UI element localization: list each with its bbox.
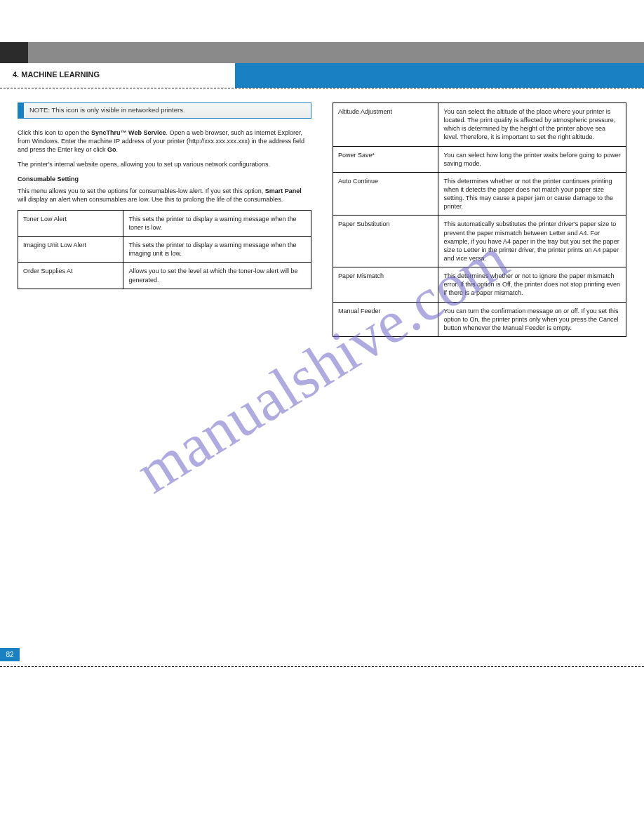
cell-val: This automatically substitutes the print… (438, 216, 626, 267)
cell-val: This determines whether or not to ignore… (438, 267, 626, 302)
note-content: NOTE: This icon is only visible in netwo… (23, 102, 311, 119)
divider-dashed-bottom (0, 666, 644, 667)
go-label: Go (107, 146, 116, 153)
section-header-label: 4. MACHINE LEARNING (0, 63, 235, 88)
topbar-gray-segment (28, 42, 644, 63)
cell-key: Paper Mismatch (333, 267, 438, 302)
table-row: Altitude Adjustment You can select the a… (333, 103, 626, 147)
topbar-black-segment (0, 42, 28, 63)
consumable-setting-heading: Consumable Setting (18, 175, 311, 183)
cell-val: You can select the altitude of the place… (438, 103, 626, 147)
cell-val: This determines whether or not the print… (438, 172, 626, 216)
cell-key: Manual Feeder (333, 302, 438, 336)
cell-val: This sets the printer to display a warni… (123, 210, 311, 236)
table-row: Toner Low Alert This sets the printer to… (18, 210, 311, 236)
document-page: 4. MACHINE LEARNING NOTE: This icon is o… (0, 42, 644, 834)
content-columns: NOTE: This icon is only visible in netwo… (0, 88, 644, 337)
table-row: Power Save* You can select how long the … (333, 146, 626, 172)
table-row: Order Supplies At Allows you to set the … (18, 263, 311, 289)
cell-key: Order Supplies At (18, 263, 123, 289)
cell-key: Altitude Adjustment (333, 103, 438, 147)
cell-key: Auto Continue (333, 172, 438, 216)
page-number: 82 (0, 648, 20, 661)
column-left: NOTE: This icon is only visible in netwo… (18, 102, 311, 337)
paragraph-website: The printer's internal website opens, al… (18, 160, 311, 168)
table-row: Auto Continue This determines whether or… (333, 172, 626, 216)
cell-val: Allows you to set the level at which the… (123, 263, 311, 289)
note-box: NOTE: This icon is only visible in netwo… (18, 102, 311, 119)
top-bar (0, 42, 644, 63)
printer-setting-table: Altitude Adjustment You can select the a… (333, 102, 626, 337)
paragraph-consumable: This menu allows you to set the options … (18, 187, 311, 204)
consumable-table: Toner Low Alert This sets the printer to… (18, 210, 311, 289)
table-row: Paper Mismatch This determines whether o… (333, 267, 626, 302)
table-row: Imaging Unit Low Alert This sets the pri… (18, 237, 311, 263)
cell-key: Toner Low Alert (18, 210, 123, 236)
text: . (116, 146, 119, 153)
table-row: Paper Substitution This automatically su… (333, 216, 626, 267)
cell-key: Power Save* (333, 146, 438, 172)
table-row: Manual Feeder You can turn the confirmat… (333, 302, 626, 336)
section-header-bar: 4. MACHINE LEARNING (0, 63, 644, 88)
paragraph-syncthru: Click this icon to open the SyncThru™ We… (18, 128, 311, 154)
section-header-blue (235, 63, 644, 88)
note-text: This icon is only visible in networked p… (52, 106, 185, 114)
cell-key: Paper Substitution (333, 216, 438, 267)
note-label: NOTE: (29, 106, 50, 114)
page-footer: 82 (0, 666, 644, 667)
text: This menu allows you to set the options … (18, 187, 265, 194)
column-right: Altitude Adjustment You can select the a… (333, 102, 626, 337)
note-accent-bar (18, 102, 23, 119)
text: Click this icon to open the (18, 129, 91, 136)
cell-val: You can select how long the printer wait… (438, 146, 626, 172)
cell-val: You can turn the confirmation message on… (438, 302, 626, 336)
cell-key: Imaging Unit Low Alert (18, 237, 123, 263)
text: will display an alert when consumables a… (18, 196, 283, 203)
syncthru-name: SyncThru™ Web Service (91, 129, 166, 136)
smart-panel-name: Smart Panel (265, 187, 302, 194)
cell-val: This sets the printer to display a warni… (123, 237, 311, 263)
